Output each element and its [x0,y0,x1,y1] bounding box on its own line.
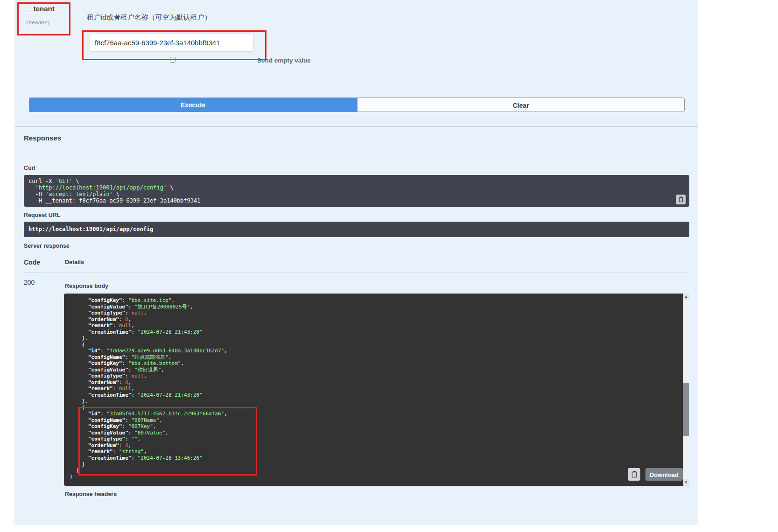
tenant-input[interactable] [90,34,254,52]
response-table-divider [24,273,689,273]
response-headers-label: Response headers [65,491,117,497]
responses-header-divider [14,151,698,151]
response-body-block: "configKey": "bbs.site.icp", "configValu… [64,294,689,486]
copy-icon [676,195,686,204]
scrollbar-thumb[interactable] [683,383,689,436]
response-body-json: "configKey": "bbs.site.icp", "configValu… [64,294,689,484]
parameter-description: 租户id或者租户名称（可空为默认租户） [87,13,211,22]
response-body-scrollbar[interactable]: ▲ ▼ [683,294,689,486]
request-url-label: Request URL [24,212,60,218]
send-empty-value-label: Send empty value [257,57,311,64]
response-body-label: Response body [65,283,108,289]
scrollbar-down-arrow-icon[interactable]: ▼ [683,479,689,486]
parameter-location: (header) [26,20,50,26]
copy-response-button[interactable] [628,468,640,481]
responses-title: Responses [24,134,61,142]
status-code: 200 [24,279,35,286]
copy-icon [628,468,640,481]
curl-command-text: curl -X 'GET' \ 'http://localhost:19001/… [24,175,689,207]
code-column-header: Code [24,259,40,266]
curl-label: Curl [24,165,35,171]
responses-top-divider [14,126,698,127]
execute-button[interactable]: Execute [29,98,357,112]
request-url-block: http://localhost:19001/api/app/config [24,222,689,237]
copy-curl-button[interactable] [676,195,686,204]
download-button[interactable]: Download [645,468,683,481]
request-url-text: http://localhost:19001/api/app/config [24,222,689,237]
send-empty-value-checkbox[interactable] [170,57,175,63]
clear-button[interactable]: Clear [357,98,685,112]
curl-command-block: curl -X 'GET' \ 'http://localhost:19001/… [24,175,689,207]
server-response-label: Server response [24,243,70,249]
details-column-header: Details [65,259,84,266]
scrollbar-up-arrow-icon[interactable]: ▲ [683,294,689,300]
parameter-name: __tenant [26,5,55,13]
swagger-ui-page: __tenant (header) 租户id或者租户名称（可空为默认租户） Se… [0,0,778,532]
